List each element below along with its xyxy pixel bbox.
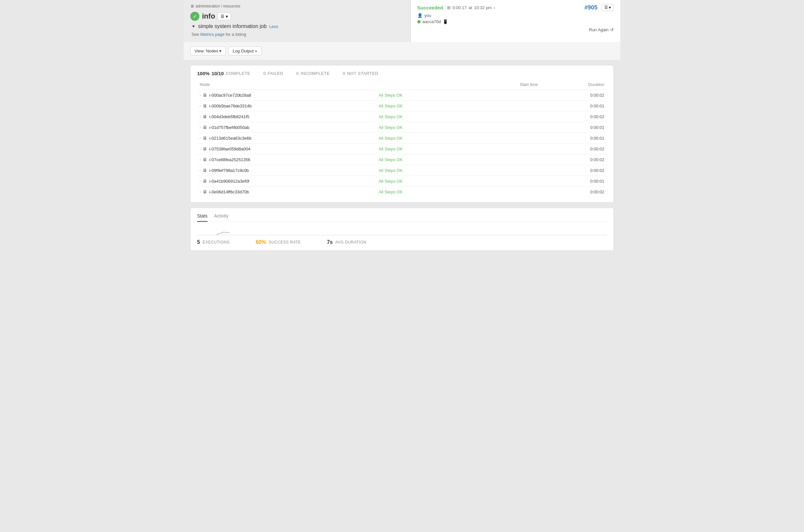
server-icon: 🖥 <box>203 135 207 141</box>
results-table: Node Start time Duration › 🖥 i-000ac97ce… <box>197 80 607 197</box>
tab-stats[interactable]: Stats <box>197 213 207 222</box>
avg-duration-stat: 7s AVG DURATION <box>327 239 366 245</box>
toolbar: View: Nodes ▾ Log Output » <box>184 42 620 60</box>
node-start-time <box>467 176 540 187</box>
run-again-button[interactable]: Run Again ↺ <box>417 27 614 32</box>
node-duration: 0:00:02 <box>540 111 607 122</box>
row-expand-icon[interactable]: › <box>200 104 201 108</box>
node-id: i-09f9ef798a17c9c0b <box>209 168 248 173</box>
executions-label: EXECUTIONS <box>203 240 230 245</box>
avg-duration-label: AVG DURATION <box>335 240 367 245</box>
node-start-time <box>467 154 540 165</box>
node-status: All Steps OK <box>378 103 403 109</box>
list-dropdown-icon: ▾ <box>609 5 611 10</box>
node-id: i-07ce88fea25251356 <box>209 157 250 162</box>
node-start-time <box>467 90 540 101</box>
chevron-right-icon: › <box>493 5 495 10</box>
node-id: i-004d3deb5fb8241f5 <box>209 114 249 119</box>
complete-label: COMPLETE <box>226 71 250 76</box>
stats-summary: 5 EXECUTIONS 60% SUCCESS RATE 7s AVG DUR… <box>197 239 607 245</box>
clock-icon: ⊞ <box>447 5 451 10</box>
success-rate-stat: 60% SUCCESS RATE <box>256 239 301 245</box>
executions-count: 5 <box>197 239 200 245</box>
row-expand-icon[interactable]: › <box>200 147 201 151</box>
breadcrumb: 🖥 administration / resources <box>190 4 404 8</box>
node-start-time <box>467 122 540 133</box>
view-nodes-label: View: Nodes ▾ <box>194 49 222 53</box>
log-output-button[interactable]: Log Output » <box>228 46 261 55</box>
node-status: All Steps OK <box>378 179 403 184</box>
row-expand-icon[interactable]: › <box>200 136 201 140</box>
results-card: 100% 10/10 COMPLETE 0 FAILED 0 INCOMPLET… <box>190 65 614 203</box>
not-started-label: NOT STARTED <box>347 71 378 76</box>
session-active-icon <box>417 20 420 23</box>
duration-info: ⊞ 0:00:17 at 10:32 pm › <box>447 5 495 10</box>
session-id: aacca70d <box>423 19 441 24</box>
success-rate-label: SUCCESS RATE <box>269 240 301 245</box>
node-duration: 0:00:02 <box>540 187 607 197</box>
node-id: i-01d757fbef4b050ab <box>209 125 249 130</box>
not-started-count: 0 <box>343 71 345 76</box>
less-link[interactable]: Less <box>269 24 278 29</box>
row-expand-icon[interactable]: › <box>200 179 201 183</box>
node-status: All Steps OK <box>378 168 403 173</box>
table-row: › 🖥 i-09f9ef798a17c9c0b All Steps OK 0:0… <box>197 165 607 176</box>
job-name: simple system information job <box>198 23 267 29</box>
table-row: › 🖥 i-0e06d14ff6c33d70b All Steps OK 0:0… <box>197 187 607 197</box>
table-row: › 🖥 i-0a41b906912a3ef0f All Steps OK 0:0… <box>197 176 607 187</box>
node-id: i-000b5bae76de3314b <box>209 103 251 109</box>
view-nodes-button[interactable]: View: Nodes ▾ <box>190 46 226 55</box>
not-started-summary: 0 NOT STARTED <box>343 71 378 76</box>
node-start-time <box>467 133 540 144</box>
col-node: Node <box>197 80 376 90</box>
status-badge: Succeeded <box>417 5 443 11</box>
table-row: › 🖥 i-01d757fbef4b050ab All Steps OK 0:0… <box>197 122 607 133</box>
metrics-text: See Metrics page for a listing <box>191 32 404 37</box>
failed-count: 0 <box>263 71 265 76</box>
session-row: aacca70d 📱 <box>417 19 614 24</box>
collapse-arrow-icon[interactable]: ▼ <box>191 24 195 28</box>
table-row: › 🖥 i-0213d615ea63c3e6b All Steps OK 0:0… <box>197 133 607 144</box>
run-list-button[interactable]: ☰ ▾ <box>601 4 614 11</box>
refresh-icon: ↺ <box>610 27 614 32</box>
table-row: › 🖥 i-000b5bae76de3314b All Steps OK 0:0… <box>197 101 607 111</box>
success-rate-value: 60% <box>256 239 266 245</box>
row-expand-icon[interactable]: › <box>200 158 201 162</box>
row-expand-icon[interactable]: › <box>200 126 201 129</box>
header-menu-button[interactable]: ☰ ▾ <box>218 13 231 20</box>
list-icon: ☰ <box>604 5 608 10</box>
row-expand-icon[interactable]: › <box>200 115 201 118</box>
node-start-time <box>467 165 540 176</box>
menu-icon: ☰ <box>221 14 224 19</box>
run-number: #905 <box>584 4 597 11</box>
server-icon: 🖥 <box>203 114 207 119</box>
tab-activity[interactable]: Activity <box>214 213 228 222</box>
failed-summary: 0 FAILED <box>263 71 283 76</box>
page-title: info <box>202 12 215 20</box>
log-output-label: Log Output » <box>232 49 257 53</box>
complete-summary: 100% 10/10 COMPLETE <box>197 71 250 76</box>
incomplete-count: 0 <box>296 71 298 76</box>
node-start-time <box>467 187 540 197</box>
table-row: › 🖥 i-07538fae059d8a004 All Steps OK 0:0… <box>197 144 607 154</box>
col-start-time: Start time <box>467 80 540 90</box>
avg-duration-value: 7s <box>327 239 333 245</box>
row-expand-icon[interactable]: › <box>200 190 201 194</box>
row-expand-icon[interactable]: › <box>200 93 201 97</box>
metrics-page-link[interactable]: Metrics page <box>200 32 224 37</box>
node-id: i-0e06d14ff6c33d70b <box>209 189 249 194</box>
row-expand-icon[interactable]: › <box>200 169 201 172</box>
results-summary: 100% 10/10 COMPLETE 0 FAILED 0 INCOMPLET… <box>197 71 607 76</box>
node-duration: 0:00:01 <box>540 133 607 144</box>
node-status: All Steps OK <box>378 125 403 130</box>
node-duration: 0:00:02 <box>540 90 607 101</box>
node-status: All Steps OK <box>378 136 403 141</box>
run-again-label: Run Again <box>589 27 609 32</box>
at-label: at <box>468 5 472 10</box>
chart-svg <box>197 226 607 235</box>
node-id: i-000ac97ce720b28a8 <box>209 93 251 98</box>
node-status: All Steps OK <box>378 114 403 119</box>
complete-count: 10/10 <box>211 71 224 76</box>
complete-percent: 100% <box>197 71 209 76</box>
stats-tabs: Stats Activity <box>197 213 607 222</box>
